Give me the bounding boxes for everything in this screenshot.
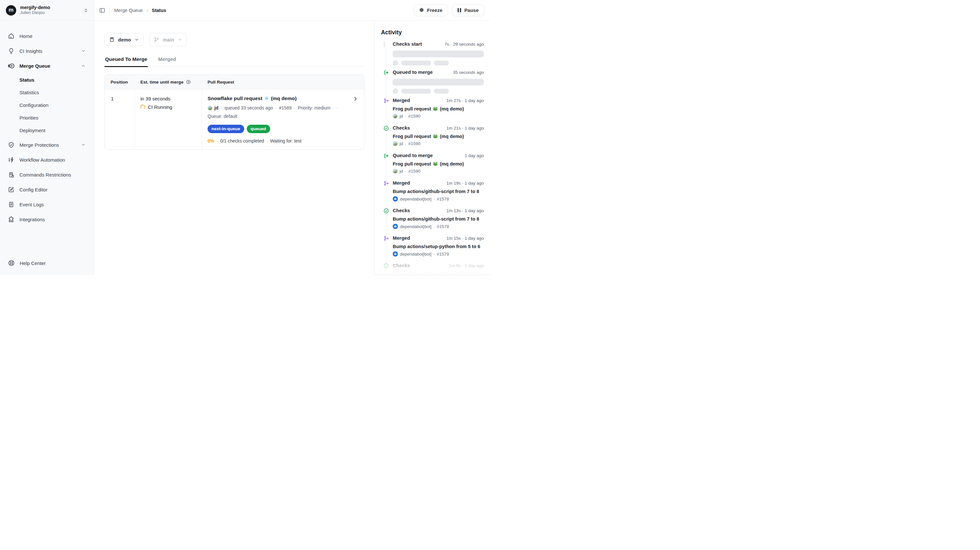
meta-separator: · [337, 105, 338, 111]
skeleton-row [393, 60, 484, 66]
sidebar-item-merge-queue[interactable]: Merge Queue [5, 59, 89, 73]
sidebar-item-workflow-automation[interactable]: Workflow Automation [5, 153, 89, 166]
activity-event-title: Checks start [393, 41, 422, 47]
row-eta-cell: in 39 seconds CI Running [135, 89, 202, 149]
sidebar-item-configuration[interactable]: Configuration [5, 99, 89, 111]
breadcrumb-status: Status [152, 8, 166, 13]
sidebar-item-status[interactable]: Status [5, 74, 89, 86]
activity-item-merged[interactable]: Merged1m 27s · 1 day agoFrog pull reques… [383, 98, 484, 125]
activity-timestamp: 1m 15s · 1 day ago [446, 236, 484, 241]
sidebar-item-priorities[interactable]: Priorities [5, 112, 89, 124]
activity-pr-number: #1578 [437, 197, 449, 201]
activity-pr-suffix: (mq demo) [440, 161, 464, 166]
activity-item-head: Merged1m 15s · 1 day ago [393, 235, 484, 241]
pause-button[interactable]: Pause [452, 4, 484, 16]
freeze-button[interactable]: ❄ Freeze [414, 4, 448, 16]
activity-pr-title[interactable]: Bump actions/github-script from 7 to 8 [393, 216, 484, 222]
activity-event-title: Merged [393, 235, 410, 241]
meta-separator: · [266, 138, 268, 144]
topbar-divider [110, 7, 110, 14]
skeleton-avatar [393, 89, 398, 94]
tab-merged[interactable]: Merged [158, 56, 177, 67]
activity-item-merged[interactable]: Merged1m 15s · 1 day agoBump actions/set… [383, 235, 484, 263]
meta-separator: · [405, 169, 407, 174]
activity-item-checks[interactable]: Checks1m 9s · 1 day agoBump actions/setu… [383, 263, 484, 275]
activity-item-checks[interactable]: Checks1m 13s · 1 day agoBump actions/git… [383, 208, 484, 235]
column-position: Position [105, 80, 135, 84]
progress-percent: 0% [208, 138, 214, 144]
waiting-for: Waiting for: test [270, 138, 302, 144]
sidebar-item-ci-insights[interactable]: CI Insights [5, 44, 89, 58]
activity-item-checks-start[interactable]: Checks start7s · 29 seconds ago [383, 41, 484, 69]
sidebar-item-integrations[interactable]: Integrations [5, 212, 89, 226]
activity-list: Checks start7s · 29 seconds agoQueued to… [381, 41, 484, 275]
pull-request-title[interactable]: Snowflake pull request ❄ (mq demo) [208, 95, 347, 101]
skeleton-avatar [393, 60, 398, 66]
activity-pr-title[interactable]: Bump actions/setup-python from 5 to 6 [393, 244, 484, 249]
activity-author: dependabot[bot] [400, 224, 432, 229]
activity-pr-text: Frog pull request [393, 106, 431, 111]
activity-pr-title[interactable]: Frog pull request(mq demo) [393, 134, 484, 139]
document-icon [8, 201, 14, 208]
activity-item-body: Merged1m 27s · 1 day agoFrog pull reques… [393, 98, 484, 122]
sidebar-item-config-editor[interactable]: Config Editor [5, 183, 89, 196]
sidebar-toggle-icon[interactable] [99, 7, 105, 14]
activity-item-queued-to-merge[interactable]: Queued to merge35 seconds ago [383, 69, 484, 98]
sidebar-item-home[interactable]: Home [5, 29, 89, 43]
sidebar: m mergify-demo Julien Danjou HomeCI Insi… [0, 0, 94, 275]
pr-title-text: Snowflake pull request [208, 95, 262, 101]
queued-icon [383, 153, 389, 159]
sidebar-item-statistics[interactable]: Statistics [5, 87, 89, 98]
merged-icon [383, 98, 389, 103]
activity-item-queued-to-merge[interactable]: Queued to merge1 day agoFrog pull reques… [383, 152, 484, 180]
puzzle-icon [8, 216, 14, 223]
avatar [393, 141, 398, 146]
activity-pr-text: Frog pull request [393, 134, 431, 139]
meta-separator: · [333, 105, 334, 111]
activity-pr-title[interactable]: Bump actions/github-script from 7 to 8 [393, 189, 484, 194]
row-pull-request-cell: Snowflake pull request ❄ (mq demo) jd·qu… [202, 89, 364, 149]
activity-pr-title[interactable]: Frog pull request(mq demo) [393, 106, 484, 111]
row-eta: in 39 seconds [140, 96, 202, 101]
tab-queued-to-merge[interactable]: Queued To Merge [104, 56, 148, 67]
activity-author: jd [399, 141, 403, 146]
activity-item-checks[interactable]: Checks1m 21s · 1 day agoFrog pull reques… [383, 125, 484, 152]
sidebar-item-merge-protections[interactable]: Merge Protections [5, 138, 89, 152]
skeleton-text [401, 60, 431, 65]
pr-author-name: jd [214, 105, 218, 111]
activity-timestamp: 1m 21s · 1 day ago [446, 126, 484, 130]
breadcrumb-merge-queue[interactable]: Merge Queue [114, 8, 143, 13]
activity-item-body: Checks1m 13s · 1 day agoBump actions/git… [393, 208, 484, 231]
app-window: m mergify-demo Julien Danjou HomeCI Insi… [0, 0, 490, 275]
sidebar-item-help-center[interactable]: Help Center [0, 260, 94, 275]
queue-row[interactable]: 1 in 39 seconds CI Running Snowflake pul… [105, 89, 364, 149]
label-badge-next-in-queue: next-in-queue [208, 125, 244, 133]
activity-item-merged[interactable]: Merged1m 19s · 1 day agoBump actions/git… [383, 180, 484, 208]
activity-pr-title[interactable]: Bump actions/setup-python from 5 to 6 [393, 271, 484, 275]
filters-row: demo main [104, 33, 364, 46]
repository-select[interactable]: demo [104, 33, 144, 46]
activity-pr-text: Bump actions/github-script from 7 to 8 [393, 189, 479, 194]
sidebar-item-deployment[interactable]: Deployment [5, 124, 89, 136]
spinner-ring [383, 41, 385, 48]
help-circle-icon[interactable] [186, 79, 191, 84]
avatar [393, 114, 398, 119]
branch-select[interactable]: main [149, 33, 187, 46]
account-switcher[interactable]: m mergify-demo Julien Danjou [0, 0, 94, 21]
workflow-icon [8, 157, 14, 163]
dependabot-icon [393, 196, 398, 201]
dependabot-icon [393, 224, 398, 229]
home-icon [8, 33, 14, 40]
chevron-right-icon[interactable] [353, 96, 358, 102]
activity-title: Activity [381, 29, 484, 36]
skeleton-row [393, 89, 484, 94]
sidebar-item-commands-restrictions[interactable]: Commands Restrictions [5, 168, 89, 181]
sidebar-item-label: Config Editor [19, 187, 48, 192]
sidebar-item-event-logs[interactable]: Event Logs [5, 198, 89, 211]
activity-pr-meta: dependabot[bot]·#1578 [393, 224, 484, 229]
checks-icon [383, 126, 389, 131]
activity-pr-title[interactable]: Frog pull request(mq demo) [393, 161, 484, 166]
activity-pr-number: #1590 [408, 114, 421, 119]
pr-author[interactable]: jd [208, 105, 218, 111]
table-header: Position Est. time until merge Pull Requ… [105, 75, 364, 89]
